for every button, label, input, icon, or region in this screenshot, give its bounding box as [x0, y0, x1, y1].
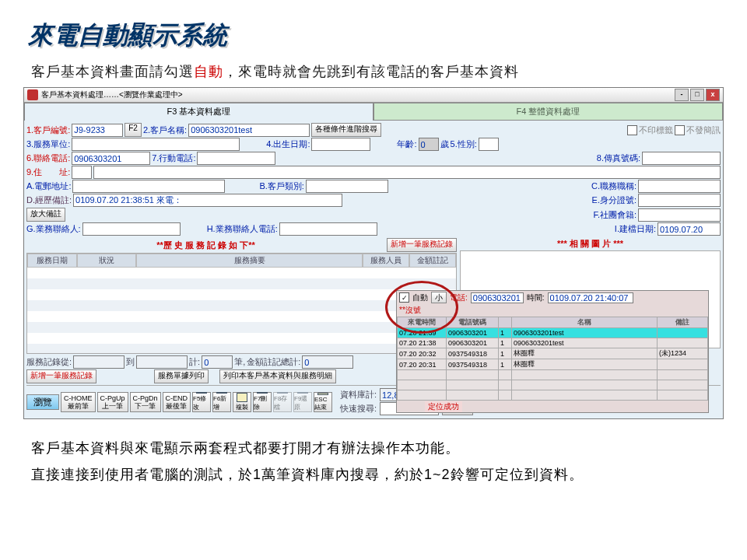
caller-table: 來電時間 電話號碼 名稱 備註 07.20 21:390906303201109…	[397, 317, 708, 401]
callerid-popup: ✓ 自動 小 電話: 0906303201 時間: 0109.07.20 21:…	[396, 290, 709, 413]
delete-icon	[257, 392, 268, 394]
minimize-icon[interactable]: -	[675, 89, 689, 101]
lbl-created: I.建檔日期:	[615, 223, 656, 235]
tab-basic[interactable]: F3 基本資料處理	[24, 103, 374, 121]
lbl-addr: 9.住 址:	[26, 166, 70, 178]
fld-created: 0109.07.20	[658, 222, 721, 236]
new-icon	[216, 392, 227, 394]
lbl-unit: 3.服務單位:	[26, 138, 70, 150]
lbl-name: 2.客戶名稱:	[143, 124, 187, 136]
cb-noask[interactable]	[675, 125, 685, 135]
lbl-mob: 7.行動電話:	[152, 152, 195, 164]
popup-fld-time: 0109.07.20 21:40:07	[548, 292, 633, 303]
maximize-icon[interactable]: □	[690, 89, 704, 101]
fld-count: 0	[202, 355, 233, 369]
fld-from[interactable]	[73, 355, 124, 369]
btn-f2[interactable]: F2	[124, 123, 142, 137]
table-row[interactable]: 07.20 20:3209375493181林圈釋(未)1234	[398, 348, 708, 359]
fld-birth[interactable]	[311, 138, 370, 151]
btn-adv-search[interactable]: 各種條件進階搜尋	[311, 123, 381, 137]
lbl-note: D.經歷備註:	[26, 194, 72, 206]
btn-f8-save: F8存檔	[273, 392, 292, 412]
fld-age: 0	[419, 138, 439, 151]
table-row[interactable]: 07.20 21:39090630320110906303201test	[398, 328, 708, 338]
locate-ok: 定位成功	[425, 401, 462, 412]
cb-noprint[interactable]	[627, 125, 637, 135]
fld-tel[interactable]: 0906303201	[72, 152, 150, 165]
popup-fld-tel: 0906303201	[471, 292, 524, 303]
lbl-nonum: **沒號	[399, 305, 421, 316]
fld-ctype[interactable]	[306, 180, 388, 193]
lbl-sex: 5.性別:	[451, 138, 477, 150]
btn-new-record[interactable]: 新增一筆服務記錄	[387, 238, 457, 252]
fld-mob[interactable]	[197, 152, 275, 165]
fld-bpt[interactable]	[279, 222, 377, 236]
lbl-idn: E.身分證號:	[592, 194, 637, 206]
table-row[interactable]	[398, 390, 708, 401]
fld-zip[interactable]	[72, 166, 92, 179]
lbl-bp: G.業務聯絡人:	[26, 223, 81, 235]
btn-pgup[interactable]: C-PgUp上一筆	[97, 392, 128, 412]
copy-icon	[237, 393, 247, 402]
table-row[interactable]	[398, 380, 708, 390]
btn-f9-undo: F9還原	[293, 392, 312, 412]
lbl-fax: 8.傳真號碼:	[597, 152, 640, 164]
btn-pgdn[interactable]: C-PgDn下一筆	[130, 392, 161, 412]
fld-to[interactable]	[136, 355, 188, 369]
lbl-ctype: B.客戶類別:	[259, 180, 303, 192]
hist-header: **歷 史 服 務 記 錄 如 下**	[26, 239, 385, 252]
table-row[interactable]: 07.20 21:38090630320110906303201test	[398, 338, 708, 348]
window-caption: 客戶基本資料處理……<瀏覽作業處理中>	[41, 89, 183, 100]
fld-sex[interactable]	[479, 138, 499, 151]
fld-bp[interactable]	[82, 222, 181, 236]
image-header: *** 相 關 圖 片 ***	[460, 237, 721, 250]
exit-icon	[317, 393, 328, 395]
btn-browse[interactable]: 瀏覽	[26, 394, 59, 410]
btn-print-detail[interactable]: 列印本客戶基本資料與服務明細	[219, 369, 336, 383]
table-row[interactable]	[398, 370, 708, 380]
btn-f6-new[interactable]: F6新增	[212, 392, 231, 412]
lbl-id: 1.客戶編號:	[26, 124, 70, 136]
fld-name[interactable]: 0906303201test	[188, 124, 310, 137]
fld-note[interactable]: 0109.07.20 21:38:51 來電：	[73, 194, 342, 207]
cb-auto[interactable]: ✓	[399, 292, 409, 303]
edit-icon	[196, 392, 207, 394]
save-icon	[277, 392, 288, 394]
lbl-job: C.職務職稱:	[591, 180, 637, 192]
undo-icon	[297, 392, 308, 394]
page-title: 來電自動顯示系統	[0, 0, 747, 59]
btn-zoom-note[interactable]: 放大備註	[26, 208, 65, 222]
btn-new-record-2[interactable]: 新增一筆服務記錄	[26, 369, 96, 383]
fld-fax[interactable]	[642, 152, 721, 165]
btn-print-slip[interactable]: 服務單據列印	[154, 369, 209, 383]
btn-esc[interactable]: ESC結束	[314, 392, 332, 412]
btn-copy[interactable]: 複製	[233, 392, 251, 412]
footer: 客戶基本資料與來電顯示兩套程式都要打開才有辦法操作本功能。 直接連接到使用者電腦…	[0, 419, 747, 488]
app-icon	[27, 89, 38, 100]
fld-addr[interactable]	[93, 166, 721, 179]
fld-group[interactable]	[638, 208, 721, 222]
btn-home[interactable]: C-HOME最前筆	[61, 392, 96, 412]
tab-full[interactable]: F4 整體資料處理	[374, 103, 723, 121]
fld-unit[interactable]	[72, 138, 240, 151]
btn-small[interactable]: 小	[431, 292, 447, 303]
fld-id[interactable]: J9-9233	[72, 124, 123, 137]
title-bar[interactable]: 客戶基本資料處理……<瀏覽作業處理中> - □ x	[24, 88, 723, 103]
lbl-tel: 6.聯絡電話:	[26, 152, 70, 164]
lbl-birth: 4.出生日期:	[266, 138, 310, 150]
intro-text: 客戶基本資料畫面請勾選自動，來電時就會先跳到有該電話的客戶基本資料	[0, 59, 747, 87]
fld-job[interactable]	[638, 180, 721, 193]
close-icon[interactable]: x	[706, 89, 720, 101]
lbl-auto: 自動	[412, 292, 428, 303]
btn-end[interactable]: C-END最後筆	[163, 392, 191, 412]
lbl-bpt: H.業務聯絡人電話:	[207, 223, 278, 235]
fld-idn[interactable]	[638, 194, 721, 207]
btn-f7-del[interactable]: F7刪除	[253, 392, 272, 412]
lbl-group: F.社團會籍:	[593, 209, 637, 221]
lbl-mail: A.電郵地址:	[26, 180, 71, 192]
table-row[interactable]: 07.20 20:3109375493181林圈釋	[398, 359, 708, 370]
fld-mail[interactable]	[72, 180, 225, 193]
btn-f5-edit[interactable]: F5修改	[192, 392, 211, 412]
fld-amt: 0	[302, 355, 353, 369]
app-window: 客戶基本資料處理……<瀏覽作業處理中> - □ x F3 基本資料處理 F4 整…	[23, 87, 724, 419]
